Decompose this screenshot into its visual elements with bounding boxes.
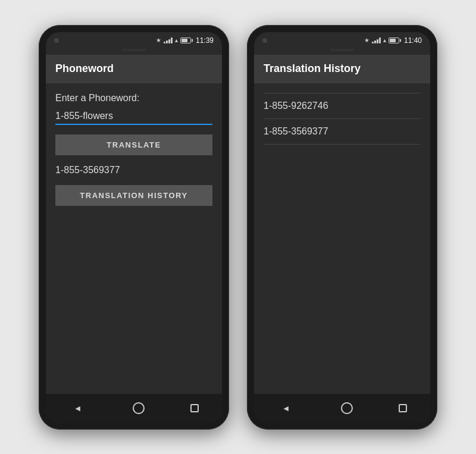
app-content-1: Enter a Phoneword: TRANSLATE 1-855-35693… (46, 83, 222, 394)
recents-button-1[interactable] (190, 404, 199, 412)
history-item-0: 1-855-9262746 (264, 93, 421, 119)
phone-2: ★ ▴ 11:40 Translation History (247, 25, 437, 430)
bluetooth-icon-2: ★ (364, 37, 369, 43)
battery-icon (180, 37, 191, 43)
app-title-2: Translation History (264, 62, 361, 75)
app-content-2: 1-855-9262746 1-855-3569377 (254, 83, 430, 394)
phone-1-screen: ★ ▴ 11:39 Phoneword Enter (46, 32, 222, 422)
translation-history-button[interactable]: TRANSLATION HISTORY (55, 185, 212, 206)
phone-2-screen: ★ ▴ 11:40 Translation History (254, 32, 430, 422)
phoneword-input-container (55, 108, 212, 125)
app-bar-1: Phoneword (46, 55, 222, 83)
app-bar-2: Translation History (254, 55, 430, 83)
app-title-1: Phoneword (55, 62, 114, 75)
history-item-1: 1-855-3569377 (264, 119, 421, 145)
input-label: Enter a Phoneword: (55, 93, 212, 104)
nav-bar-1 (46, 394, 222, 422)
recents-button-2[interactable] (399, 404, 407, 412)
speaker-2 (330, 49, 354, 51)
phoneword-input[interactable] (55, 108, 212, 125)
back-button-1[interactable] (69, 397, 87, 419)
translation-result: 1-855-3569377 (55, 162, 212, 178)
back-button-2[interactable] (277, 397, 295, 419)
bluetooth-icon: ★ (156, 37, 161, 43)
camera-dot-1 (54, 38, 59, 43)
status-bar-2: ★ ▴ 11:40 (254, 32, 430, 49)
status-icons-1: ★ ▴ 11:39 (156, 36, 214, 45)
camera-dot-2 (262, 38, 267, 43)
wifi-icon-2: ▴ (383, 37, 386, 43)
phones-container: ★ ▴ 11:39 Phoneword Enter (39, 25, 437, 430)
translate-button[interactable]: TRANSLATE (55, 134, 212, 155)
wifi-icon: ▴ (175, 37, 178, 43)
status-icons-2: ★ ▴ 11:40 (364, 36, 422, 45)
nav-bar-2 (254, 394, 430, 422)
home-button-2[interactable] (341, 402, 353, 414)
status-bar-1: ★ ▴ 11:39 (46, 32, 222, 49)
battery-icon-2 (389, 37, 399, 43)
signal-icon-2 (372, 37, 381, 43)
signal-icon (164, 37, 173, 43)
speaker-1 (122, 49, 146, 51)
home-button-1[interactable] (133, 402, 145, 414)
status-time-2: 11:40 (404, 36, 422, 45)
status-time-1: 11:39 (196, 36, 214, 45)
phone-1: ★ ▴ 11:39 Phoneword Enter (39, 25, 229, 430)
